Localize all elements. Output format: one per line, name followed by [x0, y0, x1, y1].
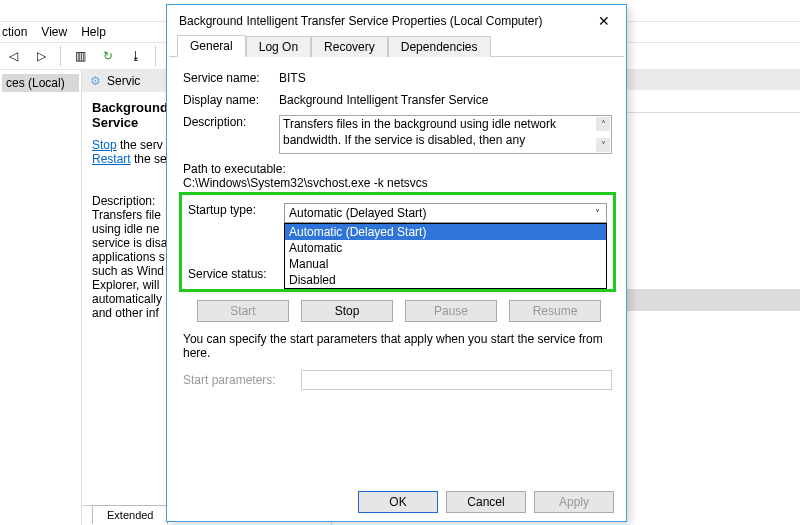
list-icon[interactable]: ▥: [69, 45, 91, 67]
back-icon[interactable]: ◁: [2, 45, 24, 67]
menu-view[interactable]: View: [41, 25, 67, 39]
apply-button[interactable]: Apply: [534, 491, 614, 513]
scroll-up-icon[interactable]: ˄: [596, 117, 610, 131]
scroll-down-icon[interactable]: ˅: [596, 138, 610, 152]
ok-button[interactable]: OK: [358, 491, 438, 513]
refresh-icon[interactable]: ↻: [97, 45, 119, 67]
dialog-tabs: General Log On Recovery Dependencies: [169, 35, 624, 57]
startup-type-option[interactable]: Manual: [285, 256, 606, 272]
dialog-titlebar: Background Intelligent Transfer Service …: [167, 5, 626, 35]
startup-type-selected: Automatic (Delayed Start): [289, 206, 426, 220]
cancel-button[interactable]: Cancel: [446, 491, 526, 513]
dialog-footer: OK Cancel Apply: [358, 491, 614, 513]
detail-header-text: Servic: [107, 74, 140, 88]
path-value: C:\Windows\System32\svchost.exe -k netsv…: [183, 176, 612, 190]
toolbar-separator: [60, 46, 61, 66]
menu-action[interactable]: ction: [2, 25, 27, 39]
description-scrollbar[interactable]: ˄ ˅: [596, 117, 610, 152]
services-icon: ⚙: [90, 74, 101, 88]
path-label: Path to executable:: [183, 162, 612, 176]
tree-item-services-local[interactable]: ces (Local): [2, 74, 79, 92]
menu-help[interactable]: Help: [81, 25, 106, 39]
start-params-hint: You can specify the start parameters tha…: [183, 332, 612, 360]
pause-button[interactable]: Pause: [405, 300, 497, 322]
close-icon: ✕: [598, 13, 610, 29]
service-name-label: Service name:: [183, 71, 279, 85]
startup-type-dropdown[interactable]: Automatic (Delayed Start)AutomaticManual…: [284, 223, 607, 289]
export-icon[interactable]: ⭳: [125, 45, 147, 67]
start-parameters-label: Start parameters:: [183, 373, 301, 387]
resume-button[interactable]: Resume: [509, 300, 601, 322]
control-buttons: Start Stop Pause Resume: [197, 300, 612, 322]
tab-recovery[interactable]: Recovery: [311, 36, 388, 57]
description-label: Description:: [183, 115, 279, 129]
dialog-title: Background Intelligent Transfer Service …: [179, 14, 590, 28]
close-button[interactable]: ✕: [590, 10, 618, 32]
description-box[interactable]: Transfers files in the background using …: [279, 115, 612, 154]
description-text: Transfers files in the background using …: [283, 117, 556, 147]
tab-dependencies[interactable]: Dependencies: [388, 36, 491, 57]
startup-type-option[interactable]: Disabled: [285, 272, 606, 288]
service-name-value: BITS: [279, 71, 306, 85]
restart-text-tail: the se: [131, 152, 167, 166]
stop-button[interactable]: Stop: [301, 300, 393, 322]
service-properties-dialog: Background Intelligent Transfer Service …: [166, 4, 627, 522]
startup-type-option[interactable]: Automatic: [285, 240, 606, 256]
service-status-label: Service status:: [188, 267, 284, 281]
highlight-box: Startup type: Automatic (Delayed Start) …: [179, 192, 616, 292]
startup-type-option[interactable]: Automatic (Delayed Start): [285, 224, 606, 240]
start-parameters-input[interactable]: [301, 370, 612, 390]
forward-icon[interactable]: ▷: [30, 45, 52, 67]
startup-type-combo[interactable]: Automatic (Delayed Start) ˅: [284, 203, 607, 223]
tab-general[interactable]: General: [177, 35, 246, 57]
display-name-label: Display name:: [183, 93, 279, 107]
toolbar-separator: [155, 46, 156, 66]
tab-extended[interactable]: Extended: [92, 505, 168, 524]
chevron-down-icon: ˅: [590, 206, 604, 220]
tab-logon[interactable]: Log On: [246, 36, 311, 57]
start-button[interactable]: Start: [197, 300, 289, 322]
stop-text-tail: the serv: [117, 138, 163, 152]
startup-type-label: Startup type:: [188, 203, 284, 217]
restart-link[interactable]: Restart: [92, 152, 131, 166]
stop-link[interactable]: Stop: [92, 138, 117, 152]
display-name-value: Background Intelligent Transfer Service: [279, 93, 488, 107]
tree-panel: ces (Local): [0, 70, 82, 525]
